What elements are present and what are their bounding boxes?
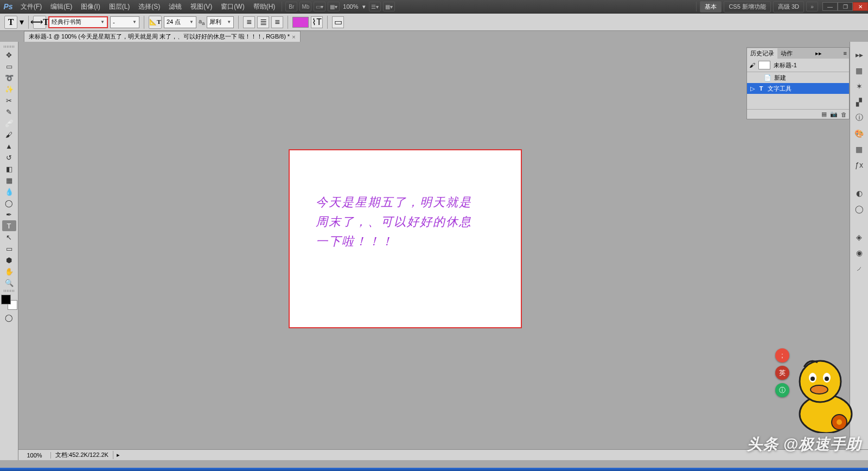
history-row-type[interactable]: ▷ T 文字工具	[747, 83, 849, 94]
marquee-tool[interactable]: ▭	[2, 61, 16, 72]
more-workspaces-icon[interactable]: »	[806, 2, 818, 11]
canvas-document[interactable]: 今天是星期五了，明天就是周末了，、可以好好的休息一下啦！！！	[289, 149, 522, 328]
delete-state-icon[interactable]: 🗑	[841, 111, 847, 118]
workspace-3d[interactable]: 高级 3D	[773, 1, 804, 12]
shape-tool[interactable]: ▭	[2, 243, 16, 254]
font-style-select[interactable]: -	[110, 16, 139, 28]
info-icon[interactable]: ⓘ	[852, 111, 866, 125]
antialias-select[interactable]: 犀利	[207, 16, 234, 28]
text-color-swatch[interactable]	[292, 17, 309, 28]
align-right-button[interactable]: ≡	[271, 16, 283, 28]
panel-tabs: 历史记录 动作 ▸▸ ≡	[747, 48, 849, 59]
menu-file[interactable]: 文件(F)	[16, 0, 46, 14]
menu-filter[interactable]: 滤镜	[164, 0, 186, 14]
menu-window[interactable]: 窗口(W)	[216, 0, 248, 14]
channels-icon[interactable]: ◉	[852, 246, 866, 260]
zoom-caret-icon[interactable]: ▾	[360, 3, 368, 10]
history-brush-tool[interactable]: ↺	[2, 152, 16, 163]
new-snapshot-icon[interactable]: 📷	[830, 111, 838, 118]
workspace-whatsnew[interactable]: CS5 新增功能	[724, 1, 770, 12]
lasso-tool[interactable]: ➰	[2, 72, 16, 83]
toolbox: ✥ ▭ ➰ ✨ ✂ ✎ 🩹 🖌 ▲ ↺ ◧ ▦ 💧 ◯ ✒ T ↖ ▭ ⬢ ✋ …	[0, 42, 18, 460]
navigator-icon[interactable]: ▦	[852, 63, 866, 78]
character-panel-button[interactable]: ▭	[332, 16, 344, 28]
path-tool[interactable]: ↖	[2, 232, 16, 243]
tab-close-icon[interactable]: ×	[292, 34, 295, 40]
brush-tool[interactable]: 🖌	[2, 129, 16, 140]
font-size-icon: 📐T	[149, 16, 162, 29]
arrange-icon[interactable]: ▦▾	[328, 2, 340, 11]
actions-tab[interactable]: 动作	[777, 48, 796, 59]
wand-tool[interactable]: ✨	[2, 84, 16, 94]
minibridge-icon[interactable]: Mb	[299, 2, 311, 11]
color-icon[interactable]: 🎨	[852, 126, 866, 141]
preset-caret-icon[interactable]: ▾	[20, 17, 24, 27]
status-zoom[interactable]: 100%	[18, 452, 51, 459]
eraser-tool[interactable]: ◧	[2, 163, 16, 174]
3d-tool[interactable]: ⬢	[2, 254, 16, 265]
close-button[interactable]: ✕	[853, 2, 868, 11]
adjustments-icon[interactable]: ◐	[852, 186, 866, 200]
crop-tool[interactable]: ✂	[2, 95, 16, 106]
gradient-tool[interactable]: ▦	[2, 175, 16, 186]
canvas-viewport[interactable]: 今天是星期五了，明天就是周末了，、可以好好的休息一下啦！！！	[18, 42, 868, 460]
font-size-select[interactable]: 24 点	[164, 16, 196, 28]
color-swatches[interactable]	[1, 295, 17, 310]
panel-collapse-icon[interactable]: ▸▸	[813, 50, 824, 57]
viewextra-icon[interactable]: ☰▾	[369, 2, 381, 11]
menu-edit[interactable]: 编辑(E)	[46, 0, 76, 14]
menu-image[interactable]: 图像(I)	[76, 0, 104, 14]
maximize-button[interactable]: ❐	[838, 2, 853, 11]
align-left-button[interactable]: ≡	[243, 16, 255, 28]
move-tool[interactable]: ✥	[2, 49, 16, 60]
zoom-tool[interactable]: 🔍	[2, 277, 16, 288]
menu-help[interactable]: 帮助(H)	[249, 0, 280, 14]
blur-tool[interactable]: 💧	[2, 186, 16, 197]
snapshot-thumbnail	[758, 61, 770, 69]
panel-menu-icon[interactable]: ≡	[841, 50, 849, 56]
status-menu-icon[interactable]: ▸	[113, 451, 123, 459]
stamp-tool[interactable]: ▲	[2, 141, 16, 151]
swatches-icon[interactable]: ▦	[852, 142, 866, 156]
healing-tool[interactable]: 🩹	[2, 118, 16, 129]
active-tool-icon[interactable]: T	[4, 16, 17, 29]
type-tool[interactable]: T	[2, 220, 16, 231]
svg-point-8	[837, 419, 842, 425]
styles-icon[interactable]: ƒx	[852, 158, 866, 172]
history-row-new[interactable]: 📄 新建	[747, 72, 849, 83]
toolbox-grip[interactable]	[2, 45, 16, 48]
quickmask-button[interactable]: ◯	[2, 312, 16, 323]
status-doc-size[interactable]: 文档:452.2K/122.2K	[51, 451, 113, 459]
font-family-select[interactable]: 经典行书简	[48, 16, 108, 28]
text-orientation-button[interactable]: ⟷T	[33, 16, 46, 29]
masks-icon[interactable]: ◯	[852, 202, 866, 216]
statusbar: 100% 文档:452.2K/122.2K ▸	[18, 449, 868, 460]
dock-toggle-icon[interactable]: ▸▸	[852, 48, 866, 62]
hand-tool[interactable]: ✋	[2, 266, 16, 277]
compass-icon[interactable]: ✶	[852, 79, 866, 93]
dodge-tool[interactable]: ◯	[2, 198, 16, 208]
menu-view[interactable]: 视图(V)	[186, 0, 216, 14]
foreground-color[interactable]	[1, 295, 11, 304]
paths-icon[interactable]: ⟋	[852, 262, 866, 276]
align-center-button[interactable]: ≣	[257, 16, 269, 28]
minimize-button[interactable]: —	[822, 2, 838, 11]
eyedropper-tool[interactable]: ✎	[2, 106, 16, 117]
layers-icon[interactable]: ◈	[852, 230, 866, 244]
pen-tool[interactable]: ✒	[2, 209, 16, 220]
histogram-icon[interactable]: ▞	[852, 95, 866, 109]
menu-layer[interactable]: 图层(L)	[105, 0, 135, 14]
new-doc-from-state-icon[interactable]: ▦	[821, 111, 827, 118]
canvas-text-layer[interactable]: 今天是星期五了，明天就是周末了，、可以好好的休息一下啦！！！	[316, 193, 473, 251]
bridge-icon[interactable]: Br	[285, 2, 297, 11]
screenmode-icon[interactable]: ▭▾	[314, 2, 326, 11]
menu-select[interactable]: 选择(S)	[134, 0, 164, 14]
workspace-essentials[interactable]: 基本	[700, 1, 722, 12]
zoom-display[interactable]: 100%	[341, 3, 360, 10]
svg-point-1	[800, 361, 841, 402]
warp-text-button[interactable]: ⌇T	[311, 16, 323, 28]
guides-icon[interactable]: ▦▾	[383, 2, 395, 11]
history-tab[interactable]: 历史记录	[747, 48, 777, 59]
document-tab[interactable]: 未标题-1 @ 100% (今天是星期五了，明天就是周 末了，、可以好好的休息一…	[24, 31, 301, 42]
history-snapshot-row[interactable]: 🖌 未标题-1	[747, 59, 849, 72]
